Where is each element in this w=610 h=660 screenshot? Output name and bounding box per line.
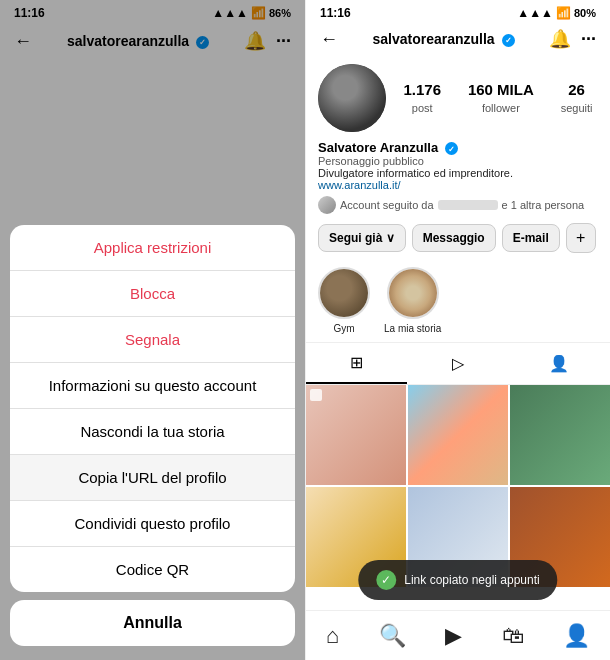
stat-posts-label: post: [412, 102, 433, 114]
profile-section: 1.176 post 160 MILA follower 26 seguiti: [306, 56, 610, 136]
profile-link[interactable]: www.aranzulla.it/: [318, 179, 598, 191]
right-battery: 80%: [574, 7, 596, 19]
toast-message: Link copiato negli appunti: [404, 573, 539, 587]
stat-followers-value: 160 MILA: [468, 81, 534, 98]
stat-posts-value: 1.176: [403, 81, 441, 98]
nav-shop[interactable]: 🛍: [502, 623, 524, 649]
add-icon: +: [576, 229, 585, 247]
profile-tabs: ⊞ ▷ 👤: [306, 342, 610, 385]
stat-following-label: seguiti: [561, 102, 593, 114]
grid-photo-1[interactable]: [306, 385, 406, 485]
grid-photo-3[interactable]: [510, 385, 610, 485]
right-signal-icon: ▲▲▲: [517, 6, 553, 20]
avatar: [318, 64, 386, 132]
modal-item-informazioni[interactable]: Informazioni su questo account: [10, 363, 295, 409]
modal-item-condividi[interactable]: Condividi questo profilo: [10, 501, 295, 547]
modal-sheet: Applica restrizioni Blocca Segnala Infor…: [10, 225, 295, 592]
profile-bio: Divulgatore informatico ed imprenditore.: [318, 167, 598, 179]
highlight-mia-storia[interactable]: La mia storia: [384, 267, 441, 334]
right-time: 11:16: [320, 6, 351, 20]
bottom-nav: ⌂ 🔍 ▶ 🛍 👤: [306, 610, 610, 660]
left-panel: 11:16 ▲▲▲ 📶 86% ← salvatorearanzulla 🔔 ·…: [0, 0, 305, 660]
modal-item-blocca[interactable]: Blocca: [10, 271, 295, 317]
segui-button[interactable]: Segui già ∨: [318, 224, 406, 252]
right-header: ← salvatorearanzulla 🔔 ···: [306, 24, 610, 56]
highlight-gym-circle: [318, 267, 370, 319]
toast-check-icon: ✓: [376, 570, 396, 590]
profile-category: Personaggio pubblico: [318, 155, 598, 167]
grid-icon: ⊞: [350, 353, 363, 372]
messaggio-button[interactable]: Messaggio: [412, 224, 496, 252]
highlight-gym-image: [320, 269, 368, 317]
toast: ✓ Link copiato negli appunti: [358, 560, 557, 600]
tab-video[interactable]: ▷: [407, 343, 508, 384]
modal-item-codice-qr[interactable]: Codice QR: [10, 547, 295, 592]
modal-overlay: Applica restrizioni Blocca Segnala Infor…: [0, 0, 305, 660]
highlight-gym[interactable]: Gym: [318, 267, 370, 334]
right-username: salvatorearanzulla: [338, 31, 549, 47]
tab-tagged[interactable]: 👤: [509, 343, 610, 384]
right-dots-icon[interactable]: ···: [581, 29, 596, 50]
right-bell-icon[interactable]: 🔔: [549, 28, 571, 50]
modal-item-segnala[interactable]: Segnala: [10, 317, 295, 363]
followed-by-name-blur: [438, 200, 498, 210]
profile-verified-badge: [445, 142, 458, 155]
highlight-storia-image: [389, 269, 437, 317]
highlight-storia-circle: [387, 267, 439, 319]
tagged-icon: 👤: [549, 354, 569, 373]
modal-item-applica-restrizioni[interactable]: Applica restrizioni: [10, 225, 295, 271]
tab-grid[interactable]: ⊞: [306, 343, 407, 384]
video-icon: ▷: [452, 354, 464, 373]
email-button[interactable]: E-mail: [502, 224, 560, 252]
nav-home[interactable]: ⌂: [326, 623, 339, 649]
nav-search[interactable]: 🔍: [379, 623, 406, 649]
stat-posts: 1.176 post: [403, 81, 441, 116]
nav-reels[interactable]: ▶: [445, 623, 462, 649]
add-contact-button[interactable]: +: [566, 223, 596, 253]
stats-row: 1.176 post 160 MILA follower 26 seguiti: [398, 81, 598, 116]
profile-name: Salvatore Aranzulla: [318, 140, 598, 155]
stat-followers-label: follower: [482, 102, 520, 114]
photo-grid: [306, 385, 610, 587]
right-panel: 11:16 ▲▲▲ 📶 80% ← salvatorearanzulla 🔔 ·…: [305, 0, 610, 660]
right-signal-icons: ▲▲▲ 📶 80%: [517, 6, 596, 20]
profile-info: Salvatore Aranzulla Personaggio pubblico…: [306, 136, 610, 193]
stat-followers: 160 MILA follower: [468, 81, 534, 116]
stat-following-value: 26: [561, 81, 593, 98]
modal-item-copia-url[interactable]: Copia l'URL del profilo: [10, 455, 295, 501]
stat-following: 26 seguiti: [561, 81, 593, 116]
modal-item-nascondi[interactable]: Nascondi la tua storia: [10, 409, 295, 455]
right-wifi-icon: 📶: [556, 6, 571, 20]
grid-photo-2[interactable]: [408, 385, 508, 485]
avatar-image: [318, 64, 386, 132]
followed-mini-avatar: [318, 196, 336, 214]
right-verified-badge: [502, 34, 515, 47]
nav-profile[interactable]: 👤: [563, 623, 590, 649]
modal-cancel-button[interactable]: Annulla: [10, 600, 295, 646]
action-buttons: Segui già ∨ Messaggio E-mail +: [306, 217, 610, 259]
right-back-icon[interactable]: ←: [320, 29, 338, 50]
right-status-bar: 11:16 ▲▲▲ 📶 80%: [306, 0, 610, 24]
highlights: Gym La mia storia: [306, 259, 610, 342]
highlight-gym-label: Gym: [333, 323, 354, 334]
highlight-storia-label: La mia storia: [384, 323, 441, 334]
followed-by: Account seguito da e 1 altra persona: [306, 193, 610, 217]
